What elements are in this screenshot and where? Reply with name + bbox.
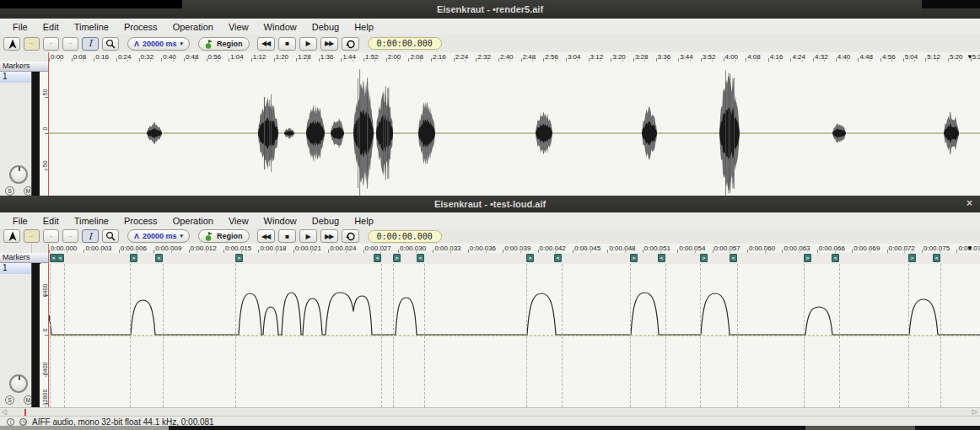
ruler-label: 5:04: [905, 53, 918, 61]
menu-item-window[interactable]: Window: [256, 22, 304, 32]
menu-item-process[interactable]: Process: [116, 216, 165, 226]
marker-list-item[interactable]: 1: [0, 263, 31, 274]
ruler-label: 2:08: [410, 53, 423, 61]
ibeam-icon: I: [89, 38, 92, 49]
waveform-canvas[interactable]: [49, 264, 980, 407]
menu-item-view[interactable]: View: [221, 216, 256, 226]
blend-toggle-3[interactable]: ~: [62, 37, 78, 51]
region-button[interactable]: Region: [198, 229, 250, 243]
marker-flag[interactable]: <: [57, 254, 64, 262]
marker-flag[interactable]: >: [630, 254, 638, 262]
rewind-button[interactable]: ◀◀: [257, 37, 275, 51]
ruler-label: 0:00.060: [749, 245, 775, 252]
ruler-label: 0:00.027: [365, 245, 391, 252]
ruler-label: 1:44: [342, 53, 356, 61]
marker-flag[interactable]: >: [235, 254, 243, 262]
window-render5: Eisenkraut - •render5.aif FileEditTimeli…: [0, 0, 980, 196]
solo-button[interactable]: S: [5, 395, 14, 405]
zoom-tool-button[interactable]: [102, 37, 119, 51]
background-strip-bottom-left: [0, 426, 169, 430]
menu-item-operation[interactable]: Operation: [165, 216, 221, 226]
marker-flag[interactable]: <: [417, 254, 424, 262]
marker-flag[interactable]: >: [908, 254, 916, 262]
menu-item-file[interactable]: File: [5, 216, 35, 226]
time-display[interactable]: 0:00:00.000: [368, 230, 442, 243]
blend-toggle-2[interactable]: ~: [43, 229, 59, 243]
stop-button[interactable]: ■: [278, 229, 296, 243]
close-icon[interactable]: ×: [967, 198, 972, 208]
zoom-tool-button[interactable]: [102, 229, 119, 243]
stop-button[interactable]: ■: [278, 37, 296, 51]
gain-knob[interactable]: [9, 374, 28, 393]
play-button[interactable]: ▶: [299, 37, 317, 51]
blend-toggle-1[interactable]: ~: [24, 37, 40, 51]
ruler-label: 3:52: [703, 53, 716, 61]
fast-forward-button[interactable]: ▶▶: [320, 37, 338, 51]
marker-flag[interactable]: >: [526, 254, 534, 262]
solo-button[interactable]: S: [5, 186, 14, 196]
pointer-icon: [7, 38, 17, 50]
loop-button[interactable]: [342, 229, 359, 243]
menu-item-operation[interactable]: Operation: [165, 22, 221, 32]
waveform-canvas[interactable]: [49, 62, 980, 196]
loop-button[interactable]: [342, 37, 359, 51]
marker-flag[interactable]: <: [832, 254, 839, 262]
menu-item-timeline[interactable]: Timeline: [67, 22, 116, 32]
menu-item-process[interactable]: Process: [116, 22, 165, 32]
ruler-menu-arrow[interactable]: ▼: [967, 53, 973, 61]
marker-flag[interactable]: <: [658, 254, 665, 262]
timebase-dropdown[interactable]: Λ 20000 ms ▾: [127, 37, 190, 51]
marker-flag[interactable]: >: [804, 254, 811, 262]
menu-item-file[interactable]: File: [5, 22, 35, 32]
ruler-label: 0:00.021: [295, 245, 321, 252]
blend-icon-2: ~: [49, 40, 53, 47]
blend-toggle-2[interactable]: ~: [43, 37, 59, 51]
marker-flag[interactable]: <: [155, 254, 163, 262]
fast-forward-button[interactable]: ▶▶: [320, 229, 338, 243]
menu-item-timeline[interactable]: Timeline: [67, 216, 116, 226]
menu-item-window[interactable]: Window: [256, 216, 304, 226]
timebase-value: 20000 ms: [143, 232, 177, 240]
ruler-label: 0:00.012: [191, 245, 217, 252]
region-button[interactable]: Region: [198, 37, 250, 51]
marker-flag[interactable]: <: [730, 254, 737, 262]
titlebar[interactable]: Eisenkraut - •test-loud.aif ×: [0, 196, 980, 212]
window-title: Eisenkraut - •test-loud.aif: [434, 199, 546, 209]
ruler-label: 1:36: [320, 53, 334, 61]
marker-flag[interactable]: >: [700, 254, 708, 262]
ruler-menu-arrow[interactable]: ▼: [967, 245, 973, 252]
time-display[interactable]: 0:00:00.000: [368, 37, 442, 50]
menu-item-edit[interactable]: Edit: [35, 22, 67, 32]
ruler-label: 0:00.006: [121, 245, 147, 252]
pointer-tool-button[interactable]: [3, 37, 20, 51]
ruler-label: 0:40: [163, 53, 176, 61]
menu-item-help[interactable]: Help: [347, 22, 381, 32]
blend-toggle-3[interactable]: ~: [62, 229, 78, 243]
menu-item-edit[interactable]: Edit: [35, 216, 67, 226]
marker-flag[interactable]: <: [554, 254, 562, 262]
marker-flag[interactable]: >: [393, 254, 401, 262]
menu-item-debug[interactable]: Debug: [304, 22, 347, 32]
menu-item-debug[interactable]: Debug: [304, 216, 347, 226]
menu-item-view[interactable]: View: [221, 22, 256, 32]
play-button[interactable]: ▶: [299, 229, 317, 243]
ibeam-tool-button[interactable]: I: [82, 37, 99, 51]
marker-flag-strip[interactable]: ><><><><><><><><><: [49, 253, 980, 265]
ibeam-tool-button[interactable]: I: [82, 229, 99, 243]
marker-flag[interactable]: <: [374, 254, 381, 262]
marker-flag[interactable]: >: [130, 254, 137, 262]
blend-toggle-1[interactable]: ~: [24, 229, 40, 243]
ruler-label: 0:00.036: [470, 245, 496, 252]
gain-knob[interactable]: [9, 165, 28, 184]
background-window-edge-top-left: [0, 0, 182, 8]
marker-flag[interactable]: <: [933, 254, 940, 262]
chevron-down-icon: ▾: [180, 233, 184, 239]
ruler-label: 0:00.015: [225, 245, 251, 252]
menu-item-help[interactable]: Help: [347, 216, 381, 226]
pointer-tool-button[interactable]: [3, 229, 20, 243]
rewind-button[interactable]: ◀◀: [257, 229, 275, 243]
marker-list-item[interactable]: 1: [0, 72, 31, 83]
ruler-label: 4:56: [882, 53, 896, 61]
timebase-dropdown[interactable]: Λ 20000 ms ▾: [127, 229, 190, 243]
ruler-label: 3:36: [658, 53, 671, 61]
